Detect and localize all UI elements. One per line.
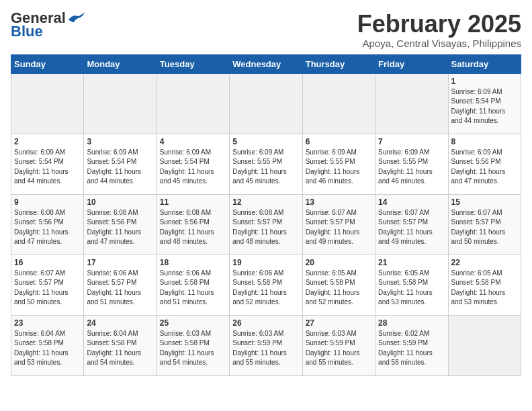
calendar-cell: 12Sunrise: 6:08 AMSunset: 5:57 PMDayligh… [230, 194, 302, 255]
logo: General Blue [11, 11, 86, 40]
calendar-cell [230, 73, 302, 134]
day-number: 20 [306, 258, 372, 267]
day-number: 8 [451, 137, 518, 146]
day-info: Sunrise: 6:05 AMSunset: 5:58 PMDaylight:… [451, 269, 518, 308]
day-number: 22 [451, 258, 518, 267]
day-info: Sunrise: 6:04 AMSunset: 5:58 PMDaylight:… [14, 329, 81, 368]
day-info: Sunrise: 6:07 AMSunset: 5:57 PMDaylight:… [14, 269, 81, 308]
calendar-cell: 10Sunrise: 6:08 AMSunset: 5:56 PMDayligh… [84, 194, 157, 255]
day-info: Sunrise: 6:08 AMSunset: 5:56 PMDaylight:… [87, 208, 153, 247]
calendar-cell [11, 73, 84, 134]
calendar-cell [302, 73, 375, 134]
calendar-cell: 21Sunrise: 6:05 AMSunset: 5:58 PMDayligh… [375, 255, 448, 315]
day-number: 9 [14, 197, 81, 207]
calendar-cell: 26Sunrise: 6:03 AMSunset: 5:59 PMDayligh… [230, 315, 302, 375]
header: General Blue February 2025 Apoya, Centra… [11, 11, 521, 49]
calendar-week-row: 16Sunrise: 6:07 AMSunset: 5:57 PMDayligh… [11, 255, 521, 315]
day-number: 7 [378, 137, 445, 146]
day-number: 11 [160, 197, 226, 207]
day-info: Sunrise: 6:04 AMSunset: 5:58 PMDaylight:… [87, 329, 153, 368]
day-info: Sunrise: 6:09 AMSunset: 5:54 PMDaylight:… [451, 87, 518, 126]
day-of-week-header: Tuesday [157, 54, 229, 73]
day-info: Sunrise: 6:08 AMSunset: 5:57 PMDaylight:… [232, 208, 299, 247]
calendar-cell: 11Sunrise: 6:08 AMSunset: 5:56 PMDayligh… [157, 194, 229, 255]
calendar-cell: 23Sunrise: 6:04 AMSunset: 5:58 PMDayligh… [11, 315, 84, 375]
day-info: Sunrise: 6:09 AMSunset: 5:54 PMDaylight:… [160, 148, 226, 187]
day-number: 23 [14, 318, 81, 328]
day-info: Sunrise: 6:07 AMSunset: 5:57 PMDaylight:… [378, 208, 445, 247]
month-title: February 2025 [357, 11, 521, 38]
day-number: 19 [232, 258, 299, 267]
calendar-cell [157, 73, 229, 134]
calendar-cell: 19Sunrise: 6:06 AMSunset: 5:58 PMDayligh… [230, 255, 302, 315]
day-info: Sunrise: 6:09 AMSunset: 5:56 PMDaylight:… [451, 148, 518, 187]
day-number: 24 [87, 318, 153, 328]
day-number: 17 [87, 258, 153, 267]
calendar-cell: 1Sunrise: 6:09 AMSunset: 5:54 PMDaylight… [448, 73, 521, 134]
location: Apoya, Central Visayas, Philippines [357, 38, 521, 49]
day-number: 16 [14, 258, 81, 267]
day-of-week-header: Saturday [448, 54, 521, 73]
day-number: 12 [232, 197, 299, 207]
day-info: Sunrise: 6:06 AMSunset: 5:57 PMDaylight:… [87, 269, 153, 308]
day-number: 6 [306, 137, 372, 146]
day-of-week-header: Friday [375, 54, 448, 73]
day-of-week-header: Thursday [302, 54, 375, 73]
calendar-cell: 15Sunrise: 6:07 AMSunset: 5:57 PMDayligh… [448, 194, 521, 255]
calendar-cell: 22Sunrise: 6:05 AMSunset: 5:58 PMDayligh… [448, 255, 521, 315]
day-number: 15 [451, 197, 518, 207]
calendar-cell: 18Sunrise: 6:06 AMSunset: 5:58 PMDayligh… [157, 255, 229, 315]
calendar-cell: 20Sunrise: 6:05 AMSunset: 5:58 PMDayligh… [302, 255, 375, 315]
calendar-week-row: 23Sunrise: 6:04 AMSunset: 5:58 PMDayligh… [11, 315, 521, 375]
day-info: Sunrise: 6:07 AMSunset: 5:57 PMDaylight:… [451, 208, 518, 247]
day-number: 2 [14, 137, 81, 146]
day-of-week-header: Monday [84, 54, 157, 73]
calendar-cell: 13Sunrise: 6:07 AMSunset: 5:57 PMDayligh… [302, 194, 375, 255]
calendar-cell: 8Sunrise: 6:09 AMSunset: 5:56 PMDaylight… [448, 134, 521, 194]
day-info: Sunrise: 6:03 AMSunset: 5:59 PMDaylight:… [232, 329, 299, 368]
calendar-cell: 3Sunrise: 6:09 AMSunset: 5:54 PMDaylight… [84, 134, 157, 194]
day-number: 21 [378, 258, 445, 267]
calendar-cell [448, 315, 521, 375]
day-info: Sunrise: 6:06 AMSunset: 5:58 PMDaylight:… [232, 269, 299, 308]
day-number: 13 [306, 197, 372, 207]
day-info: Sunrise: 6:08 AMSunset: 5:56 PMDaylight:… [160, 208, 226, 247]
day-info: Sunrise: 6:09 AMSunset: 5:55 PMDaylight:… [306, 148, 372, 187]
day-number: 18 [160, 258, 226, 267]
calendar-cell [84, 73, 157, 134]
day-number: 10 [87, 197, 153, 207]
title-area: February 2025 Apoya, Central Visayas, Ph… [357, 11, 521, 49]
calendar-cell: 2Sunrise: 6:09 AMSunset: 5:54 PMDaylight… [11, 134, 84, 194]
logo-blue-text: Blue [11, 23, 43, 40]
calendar-cell: 25Sunrise: 6:03 AMSunset: 5:58 PMDayligh… [157, 315, 229, 375]
calendar-cell: 7Sunrise: 6:09 AMSunset: 5:55 PMDaylight… [375, 134, 448, 194]
day-number: 5 [232, 137, 299, 146]
day-info: Sunrise: 6:05 AMSunset: 5:58 PMDaylight:… [306, 269, 372, 308]
day-info: Sunrise: 6:09 AMSunset: 5:55 PMDaylight:… [232, 148, 299, 187]
day-info: Sunrise: 6:07 AMSunset: 5:57 PMDaylight:… [306, 208, 372, 247]
calendar-cell: 5Sunrise: 6:09 AMSunset: 5:55 PMDaylight… [230, 134, 302, 194]
day-info: Sunrise: 6:08 AMSunset: 5:56 PMDaylight:… [14, 208, 81, 247]
day-number: 28 [378, 318, 445, 328]
logo-bird-icon [67, 11, 86, 26]
calendar-cell: 28Sunrise: 6:02 AMSunset: 5:59 PMDayligh… [375, 315, 448, 375]
day-info: Sunrise: 6:02 AMSunset: 5:59 PMDaylight:… [378, 329, 445, 368]
calendar-week-row: 9Sunrise: 6:08 AMSunset: 5:56 PMDaylight… [11, 194, 521, 255]
calendar-cell: 6Sunrise: 6:09 AMSunset: 5:55 PMDaylight… [302, 134, 375, 194]
calendar-cell: 17Sunrise: 6:06 AMSunset: 5:57 PMDayligh… [84, 255, 157, 315]
calendar-cell: 24Sunrise: 6:04 AMSunset: 5:58 PMDayligh… [84, 315, 157, 375]
day-number: 25 [160, 318, 226, 328]
day-of-week-header: Sunday [11, 54, 84, 73]
calendar-cell [375, 73, 448, 134]
day-number: 4 [160, 137, 226, 146]
day-info: Sunrise: 6:09 AMSunset: 5:55 PMDaylight:… [378, 148, 445, 187]
calendar-header-row: SundayMondayTuesdayWednesdayThursdayFrid… [11, 54, 521, 73]
day-number: 1 [451, 77, 518, 86]
day-number: 26 [232, 318, 299, 328]
day-info: Sunrise: 6:09 AMSunset: 5:54 PMDaylight:… [87, 148, 153, 187]
day-info: Sunrise: 6:06 AMSunset: 5:58 PMDaylight:… [160, 269, 226, 308]
calendar-cell: 9Sunrise: 6:08 AMSunset: 5:56 PMDaylight… [11, 194, 84, 255]
calendar-week-row: 2Sunrise: 6:09 AMSunset: 5:54 PMDaylight… [11, 134, 521, 194]
calendar-cell: 14Sunrise: 6:07 AMSunset: 5:57 PMDayligh… [375, 194, 448, 255]
day-number: 27 [306, 318, 372, 328]
